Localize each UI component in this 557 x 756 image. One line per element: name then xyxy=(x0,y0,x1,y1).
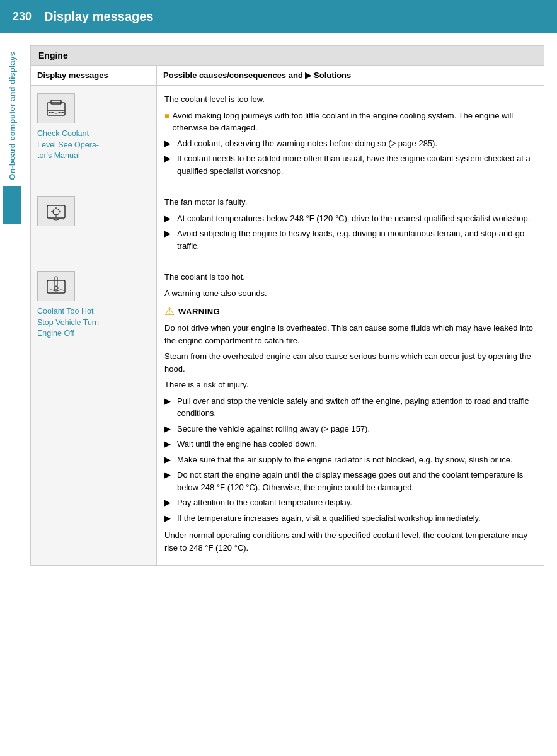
sidebar-label: On-board computer and displays xyxy=(8,52,17,180)
hot-bullet-7: ▶ If the temperature increases again, vi… xyxy=(164,512,536,525)
bullet-arrow: ▶ xyxy=(164,454,175,466)
hot-bullet-6-text: Pay attention to the coolant temperature… xyxy=(177,496,352,509)
page-number: 230 xyxy=(13,10,32,23)
sidebar: On-board computer and displays xyxy=(0,33,24,756)
coolant-level-bullet-2: ▶ If coolant needs to be added more ofte… xyxy=(164,152,536,177)
fan-motor-bullet-1: ▶ At coolant temperatures below 248 °F (… xyxy=(164,212,536,225)
display-msg-coolant-hot: Coolant Too HotStop Vehicle TurnEngine O… xyxy=(37,306,99,340)
coolant-hot-outro: Under normal operating conditions and wi… xyxy=(164,529,536,554)
hot-bullet-3: ▶ Wait until the engine has cooled down. xyxy=(164,438,536,450)
bullet-arrow: ▶ xyxy=(164,152,175,177)
warning-box: ⚠ WARNING xyxy=(164,304,536,318)
hot-bullet-1: ▶ Pull over and stop the vehicle safely … xyxy=(164,395,536,420)
coolant-level-caution: ■ Avoid making long journeys with too li… xyxy=(164,110,536,134)
section-header: Engine xyxy=(31,46,544,66)
bullet-arrow: ▶ xyxy=(164,212,175,225)
col-header-display-messages: Display messages xyxy=(31,66,157,85)
bullet-arrow: ▶ xyxy=(164,496,175,509)
warning-triangle-icon: ⚠ xyxy=(164,304,175,318)
caution-icon: ■ xyxy=(164,110,169,123)
fan-motor-bullet-1-text: At coolant temperatures below 248 °F (12… xyxy=(177,212,530,225)
bullet-arrow: ▶ xyxy=(164,137,175,150)
coolant-level-intro: The coolant level is too low. xyxy=(164,93,536,106)
hot-bullet-3-text: Wait until the engine has cooled down. xyxy=(177,438,317,450)
bullet-arrow: ▶ xyxy=(164,227,175,252)
coolant-level-icon xyxy=(37,93,75,123)
svg-point-4 xyxy=(53,209,59,215)
hot-bullet-2-text: Secure the vehicle against rolling away … xyxy=(177,423,370,435)
cell-right-coolant-level: The coolant level is too low. ■ Avoid ma… xyxy=(157,86,544,188)
hot-bullet-5-text: Do not start the engine again until the … xyxy=(177,469,536,493)
coolant-level-bullet-1: ▶ Add coolant, observing the warning not… xyxy=(164,137,536,150)
fan-motor-bullet-2: ▶ Avoid subjecting the engine to heavy l… xyxy=(164,227,536,252)
col-header-solutions: Possible causes/consequences and ▶ Solut… xyxy=(157,66,544,85)
hot-bullet-2: ▶ Secure the vehicle against rolling awa… xyxy=(164,423,536,435)
warning-text-2: Steam from the overheated engine can als… xyxy=(164,350,536,375)
fan-motor-intro: The fan motor is faulty. xyxy=(164,196,536,209)
table-row: Check CoolantLevel See Opera-tor's Manua… xyxy=(31,86,544,188)
page-header: 230 Display messages xyxy=(0,0,557,33)
cell-right-fan-motor: The fan motor is faulty. ▶ At coolant te… xyxy=(157,188,544,263)
coolant-level-bullet-1-text: Add coolant, observing the warning notes… xyxy=(177,137,437,150)
svg-rect-10 xyxy=(55,277,57,287)
engine-table: Engine Display messages Possible causes/… xyxy=(30,45,544,566)
hot-bullet-6: ▶ Pay attention to the coolant temperatu… xyxy=(164,496,536,509)
bullet-arrow: ▶ xyxy=(164,438,175,450)
coolant-hot-intro1: The coolant is too hot. xyxy=(164,271,536,284)
cell-left-fan-motor xyxy=(31,188,157,263)
cell-left-coolant-level: Check CoolantLevel See Opera-tor's Manua… xyxy=(31,86,157,188)
cell-right-coolant-hot: The coolant is too hot. A warning tone a… xyxy=(157,263,544,565)
table-row: Coolant Too HotStop Vehicle TurnEngine O… xyxy=(31,263,544,565)
main-content: Engine Display messages Possible causes/… xyxy=(24,33,557,578)
warning-text-1: Do not drive when your engine is overhea… xyxy=(164,322,536,346)
coolant-level-bullet-2-text: If coolant needs to be added more often … xyxy=(177,152,536,177)
bullet-arrow: ▶ xyxy=(164,423,175,435)
cell-left-coolant-hot: Coolant Too HotStop Vehicle TurnEngine O… xyxy=(31,263,157,565)
hot-bullet-4: ▶ Make sure that the air supply to the e… xyxy=(164,454,536,466)
sidebar-accent-block xyxy=(3,186,21,224)
hot-bullet-5: ▶ Do not start the engine again until th… xyxy=(164,469,536,493)
coolant-hot-intro2: A warning tone also sounds. xyxy=(164,287,536,300)
warning-text-3: There is a risk of injury. xyxy=(164,379,536,391)
bullet-arrow: ▶ xyxy=(164,512,175,525)
fan-motor-icon xyxy=(37,196,75,226)
coolant-hot-icon xyxy=(37,271,75,301)
bullet-arrow: ▶ xyxy=(164,469,175,493)
warning-label: WARNING xyxy=(178,307,220,316)
svg-rect-1 xyxy=(51,100,61,104)
bullet-arrow: ▶ xyxy=(164,395,175,420)
display-msg-coolant-level: Check CoolantLevel See Opera-tor's Manua… xyxy=(37,129,99,162)
table-row: The fan motor is faulty. ▶ At coolant te… xyxy=(31,188,544,263)
col-header-solutions-text: Possible causes/consequences and ▶ Solut… xyxy=(163,71,351,80)
hot-bullet-1-text: Pull over and stop the vehicle safely an… xyxy=(177,395,536,420)
hot-bullet-4-text: Make sure that the air supply to the eng… xyxy=(177,454,513,466)
coolant-level-caution-text: Avoid making long journeys with too litt… xyxy=(172,110,536,134)
column-headers: Display messages Possible causes/consequ… xyxy=(31,66,544,86)
fan-motor-bullet-2-text: Avoid subjecting the engine to heavy loa… xyxy=(177,227,536,252)
hot-bullet-7-text: If the temperature increases again, visi… xyxy=(177,512,481,525)
page-title: Display messages xyxy=(44,9,153,24)
